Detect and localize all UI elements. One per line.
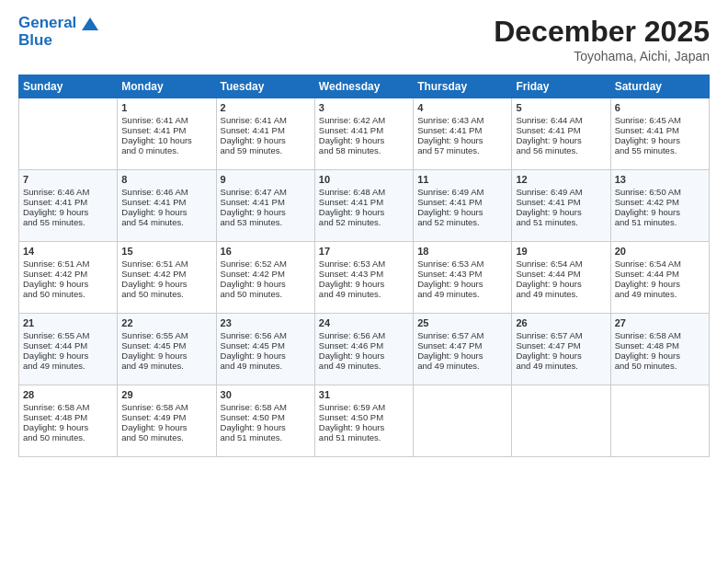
day-info-line: Sunrise: 6:51 AM	[23, 259, 113, 269]
day-info-line: Daylight: 9 hours	[516, 279, 606, 289]
day-number: 11	[417, 174, 507, 185]
calendar-table: SundayMondayTuesdayWednesdayThursdayFrid…	[18, 75, 710, 457]
day-info-line: Sunrise: 6:46 AM	[121, 187, 211, 197]
day-info-line: and 49 minutes.	[221, 361, 311, 371]
day-info-line: Sunset: 4:45 PM	[121, 340, 211, 350]
day-info-line: and 56 minutes.	[516, 145, 606, 155]
day-info-line: and 57 minutes.	[417, 145, 507, 155]
day-info-line: Daylight: 9 hours	[221, 422, 311, 432]
day-info-line: and 59 minutes.	[221, 145, 311, 155]
calendar-cell: 14Sunrise: 6:51 AMSunset: 4:42 PMDayligh…	[19, 242, 118, 314]
day-info-line: and 49 minutes.	[319, 361, 409, 371]
calendar-cell: 22Sunrise: 6:55 AMSunset: 4:45 PMDayligh…	[118, 314, 216, 385]
day-number: 9	[221, 174, 311, 185]
day-info-line: Sunset: 4:44 PM	[615, 269, 705, 279]
calendar-cell: 24Sunrise: 6:56 AMSunset: 4:46 PMDayligh…	[314, 314, 413, 385]
day-info-line: and 51 minutes.	[516, 217, 606, 227]
calendar-cell: 3Sunrise: 6:42 AMSunset: 4:41 PMDaylight…	[314, 98, 413, 170]
day-info-line: Daylight: 9 hours	[23, 207, 113, 217]
calendar-cell: 25Sunrise: 6:57 AMSunset: 4:47 PMDayligh…	[414, 314, 512, 385]
day-number: 12	[516, 174, 606, 185]
day-info-line: Sunset: 4:41 PM	[121, 125, 211, 135]
day-info-line: Sunrise: 6:55 AM	[23, 330, 113, 340]
day-info-line: Daylight: 9 hours	[23, 422, 113, 432]
day-number: 16	[221, 246, 311, 257]
day-info-line: Sunrise: 6:56 AM	[221, 330, 311, 340]
day-info-line: Daylight: 9 hours	[121, 422, 211, 432]
calendar-cell: 13Sunrise: 6:50 AMSunset: 4:42 PMDayligh…	[610, 170, 709, 242]
calendar-cell: 30Sunrise: 6:58 AMSunset: 4:50 PMDayligh…	[216, 385, 314, 457]
calendar-cell	[414, 385, 512, 457]
day-info-line: and 52 minutes.	[319, 217, 409, 227]
weekday-header-friday: Friday	[512, 75, 610, 98]
calendar-cell: 6Sunrise: 6:45 AMSunset: 4:41 PMDaylight…	[610, 98, 709, 170]
day-info-line: Sunset: 4:42 PM	[23, 269, 113, 279]
day-info-line: Sunset: 4:43 PM	[319, 269, 409, 279]
day-info-line: Sunrise: 6:55 AM	[121, 330, 211, 340]
title-block: December 2025 Toyohama, Aichi, Japan	[494, 15, 710, 63]
day-info-line: and 49 minutes.	[23, 361, 113, 371]
calendar-cell: 29Sunrise: 6:58 AMSunset: 4:49 PMDayligh…	[118, 385, 216, 457]
day-info-line: Sunrise: 6:49 AM	[417, 187, 507, 197]
day-info-line: and 51 minutes.	[221, 432, 311, 442]
calendar-cell	[19, 98, 118, 170]
day-info-line: and 50 minutes.	[615, 361, 705, 371]
calendar-cell: 19Sunrise: 6:54 AMSunset: 4:44 PMDayligh…	[512, 242, 610, 314]
day-info-line: Daylight: 9 hours	[417, 350, 507, 361]
day-info-line: and 49 minutes.	[516, 361, 606, 371]
day-info-line: and 49 minutes.	[417, 361, 507, 371]
calendar-cell: 8Sunrise: 6:46 AMSunset: 4:41 PMDaylight…	[118, 170, 216, 242]
day-info-line: Sunset: 4:41 PM	[516, 197, 606, 207]
day-info-line: Sunset: 4:47 PM	[417, 340, 507, 350]
calendar-cell: 16Sunrise: 6:52 AMSunset: 4:42 PMDayligh…	[216, 242, 314, 314]
day-info-line: and 52 minutes.	[417, 217, 507, 227]
day-info-line: Sunrise: 6:41 AM	[121, 115, 211, 125]
day-info-line: Daylight: 9 hours	[615, 350, 705, 361]
day-number: 15	[121, 246, 211, 257]
day-number: 25	[417, 317, 507, 328]
day-info-line: Sunrise: 6:52 AM	[221, 259, 311, 269]
calendar-row-5: 28Sunrise: 6:58 AMSunset: 4:48 PMDayligh…	[19, 385, 710, 457]
day-info-line: Daylight: 9 hours	[221, 207, 311, 217]
day-info-line: Daylight: 9 hours	[221, 279, 311, 289]
calendar-cell: 7Sunrise: 6:46 AMSunset: 4:41 PMDaylight…	[19, 170, 118, 242]
day-info-line: Sunrise: 6:46 AM	[23, 187, 113, 197]
day-number: 17	[319, 246, 409, 257]
logo: General Blue	[18, 15, 98, 49]
day-info-line: Sunrise: 6:58 AM	[221, 402, 311, 412]
calendar-cell: 26Sunrise: 6:57 AMSunset: 4:47 PMDayligh…	[512, 314, 610, 385]
day-info-line: Sunset: 4:42 PM	[221, 269, 311, 279]
day-info-line: and 50 minutes.	[23, 289, 113, 299]
day-info-line: and 49 minutes.	[121, 361, 211, 371]
day-info-line: Daylight: 9 hours	[121, 279, 211, 289]
day-info-line: and 50 minutes.	[121, 432, 211, 442]
day-info-line: Daylight: 9 hours	[319, 350, 409, 361]
day-info-line: Sunset: 4:44 PM	[23, 340, 113, 350]
calendar-cell: 9Sunrise: 6:47 AMSunset: 4:41 PMDaylight…	[216, 170, 314, 242]
day-info-line: Sunrise: 6:56 AM	[319, 330, 409, 340]
weekday-header-saturday: Saturday	[610, 75, 709, 98]
day-info-line: Sunrise: 6:53 AM	[319, 259, 409, 269]
day-info-line: Daylight: 9 hours	[23, 350, 113, 361]
day-info-line: Daylight: 9 hours	[615, 135, 705, 145]
weekday-header-wednesday: Wednesday	[314, 75, 413, 98]
day-number: 24	[319, 317, 409, 328]
day-info-line: and 55 minutes.	[615, 145, 705, 155]
day-number: 21	[23, 317, 113, 328]
day-number: 7	[23, 174, 113, 185]
day-info-line: Daylight: 9 hours	[516, 135, 606, 145]
calendar-cell: 11Sunrise: 6:49 AMSunset: 4:41 PMDayligh…	[414, 170, 512, 242]
day-info-line: Sunset: 4:41 PM	[221, 197, 311, 207]
calendar-cell	[610, 385, 709, 457]
day-info-line: Sunset: 4:49 PM	[121, 412, 211, 422]
day-info-line: Daylight: 9 hours	[23, 279, 113, 289]
day-info-line: Sunset: 4:41 PM	[319, 197, 409, 207]
day-info-line: Daylight: 9 hours	[615, 279, 705, 289]
day-info-line: and 50 minutes.	[23, 432, 113, 442]
day-info-line: Daylight: 9 hours	[417, 207, 507, 217]
day-info-line: and 49 minutes.	[417, 289, 507, 299]
day-number: 29	[121, 389, 211, 400]
day-info-line: Sunset: 4:41 PM	[319, 125, 409, 135]
day-number: 2	[221, 102, 311, 113]
day-info-line: and 53 minutes.	[221, 217, 311, 227]
